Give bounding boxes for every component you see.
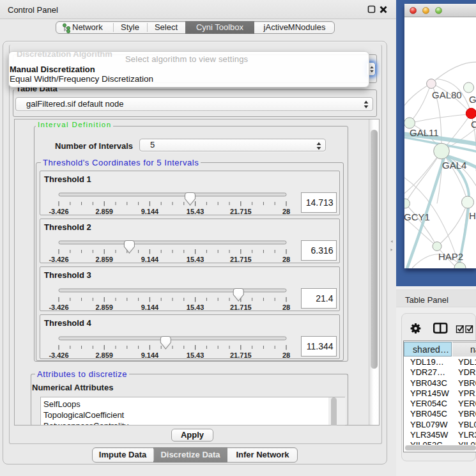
svg-text:GCY1: GCY1 [404,211,430,222]
svg-text:GAL11: GAL11 [410,127,439,138]
svg-text:HAP2: HAP2 [438,251,463,262]
svg-text:G.: G. [469,94,476,105]
svg-text:C: C [471,119,476,130]
svg-text:GAL4: GAL4 [442,160,466,171]
svg-text:H: H [469,210,476,221]
svg-text:GAL80: GAL80 [432,89,462,100]
